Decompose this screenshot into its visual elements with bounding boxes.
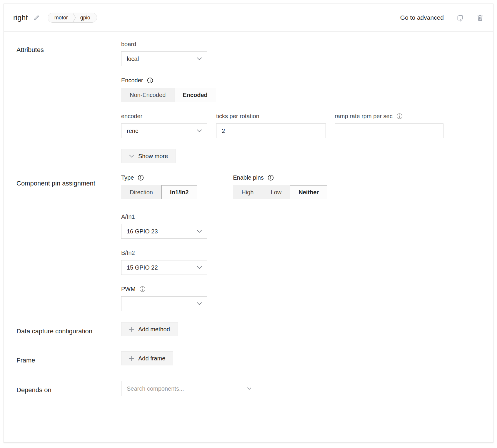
badge-chevron-divider (72, 13, 76, 22)
ramp-rate-input[interactable] (335, 123, 443, 138)
ramp-rate-label: ramp rate rpm per sec (335, 113, 393, 120)
section-frame: Frame Add frame (16, 351, 481, 366)
section-attributes: Attributes board local Encoder (16, 41, 481, 163)
pencil-icon (33, 14, 40, 21)
card-body: Attributes board local Encoder (4, 32, 493, 396)
b-in2-label: B/In2 (121, 250, 481, 256)
a-in1-select[interactable]: 16 GPIO 23 (121, 224, 207, 239)
a-in1-field: A/In1 16 GPIO 23 (121, 213, 481, 239)
enable-pins-field: Enable pins High Low Neither (233, 174, 327, 199)
enable-pins-option-high[interactable]: High (233, 185, 262, 199)
depends-on-section-label: Depends on (16, 381, 121, 396)
type-field: Type Direction In1/In2 (121, 174, 197, 199)
type-label: Type (121, 174, 134, 181)
depends-on-search-input[interactable] (121, 381, 257, 396)
depends-on-search (121, 381, 257, 396)
enable-pins-label: Enable pins (233, 174, 264, 181)
info-icon[interactable] (147, 77, 154, 84)
add-method-button[interactable]: Add method (121, 322, 178, 336)
edit-name-button[interactable] (33, 14, 40, 21)
board-label: board (121, 41, 481, 48)
chevron-down-icon (197, 266, 202, 269)
duplicate-button[interactable] (456, 14, 464, 22)
pwm-select[interactable] (121, 296, 207, 311)
trash-icon (476, 14, 484, 21)
ticks-per-rotation-input[interactable] (216, 123, 326, 138)
encoder-option-encoded[interactable]: Encoded (174, 88, 216, 102)
encoder-label: encoder (121, 113, 207, 120)
chevron-down-icon (197, 302, 202, 305)
duplicate-icon (456, 14, 464, 22)
chevron-down-icon (197, 129, 202, 132)
a-in1-select-value: 16 GPIO 23 (127, 228, 158, 235)
data-capture-section-label: Data capture configuration (16, 322, 121, 337)
section-data-capture: Data capture configuration Add method (16, 322, 481, 337)
board-select[interactable]: local (121, 51, 207, 66)
b-in2-field: B/In2 15 GPIO 22 (121, 250, 481, 275)
info-icon[interactable] (137, 174, 144, 181)
add-method-label: Add method (138, 326, 170, 333)
show-more-label: Show more (138, 153, 168, 160)
show-more-button[interactable]: Show more (121, 149, 176, 163)
enable-pins-option-low[interactable]: Low (262, 185, 290, 199)
ticks-per-rotation-label: ticks per rotation (216, 113, 326, 120)
chevron-down-icon (197, 230, 202, 233)
chevron-down-icon (247, 387, 251, 390)
ramp-rate-field: ramp rate rpm per sec (335, 113, 443, 138)
encoder-toggle-label: Encoder (121, 77, 143, 84)
pwm-label: PWM (121, 286, 136, 292)
go-to-advanced-link[interactable]: Go to advanced (400, 14, 444, 21)
badge-type: motor (48, 13, 72, 22)
badge-model: gpio (76, 13, 97, 22)
add-frame-button[interactable]: Add frame (121, 351, 173, 365)
card-header: right motor gpio Go to advanced (4, 4, 493, 32)
pin-type-row: Type Direction In1/In2 (121, 174, 481, 199)
delete-button[interactable] (476, 14, 484, 21)
component-type-badge: motor gpio (48, 13, 97, 23)
board-select-value: local (127, 56, 139, 62)
chevron-down-icon (129, 155, 134, 158)
type-option-direction[interactable]: Direction (121, 185, 161, 199)
show-more-group: Show more (121, 149, 481, 163)
section-component-pin-assignment: Component pin assignment Type (16, 174, 481, 311)
frame-section-label: Frame (16, 351, 121, 366)
section-depends-on: Depends on (16, 381, 481, 396)
encoder-segmented-control: Non-Encoded Encoded (121, 88, 216, 102)
component-config-card: right motor gpio Go to advanced (4, 4, 493, 443)
board-field: board local (121, 41, 481, 66)
ticks-per-rotation-field: ticks per rotation (216, 113, 326, 138)
type-option-in1-in2[interactable]: In1/In2 (161, 185, 197, 199)
info-icon[interactable] (139, 286, 146, 292)
component-name: right (13, 14, 28, 22)
chevron-down-icon (197, 57, 202, 60)
enable-pins-segmented-control: High Low Neither (233, 185, 327, 199)
encoder-field: encoder renc (121, 113, 207, 138)
component-pin-section-label: Component pin assignment (16, 174, 121, 311)
encoder-select[interactable]: renc (121, 123, 207, 138)
info-icon[interactable] (396, 113, 403, 120)
a-in1-label: A/In1 (121, 213, 481, 220)
encoder-params-row: encoder renc ticks per rotation (121, 113, 481, 138)
add-frame-label: Add frame (138, 355, 165, 362)
encoder-option-non-encoded[interactable]: Non-Encoded (121, 88, 174, 102)
enable-pins-option-neither[interactable]: Neither (290, 185, 327, 199)
pwm-field: PWM (121, 286, 481, 311)
type-segmented-control: Direction In1/In2 (121, 185, 197, 199)
b-in2-select[interactable]: 15 GPIO 22 (121, 260, 207, 275)
plus-icon (129, 327, 134, 332)
b-in2-select-value: 15 GPIO 22 (127, 264, 158, 271)
encoder-select-value: renc (127, 128, 138, 134)
attributes-section-label: Attributes (16, 41, 121, 163)
plus-icon (129, 356, 134, 361)
encoder-toggle-field: Encoder Non-Encoded Encoded (121, 77, 481, 102)
info-icon[interactable] (267, 174, 274, 181)
